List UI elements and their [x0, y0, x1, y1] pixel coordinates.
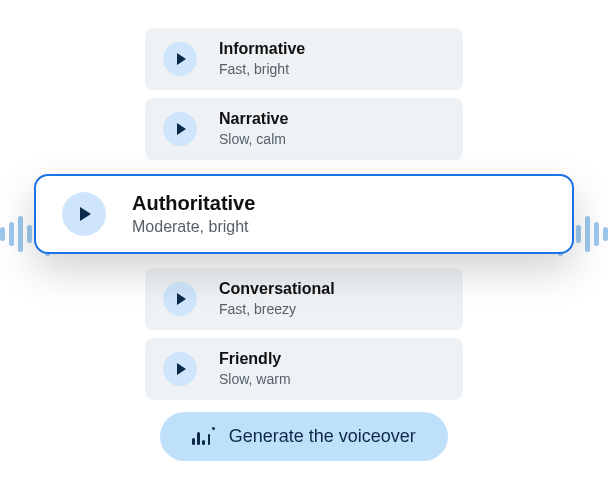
voice-title: Narrative — [219, 109, 288, 129]
play-icon — [177, 293, 186, 305]
play-button[interactable] — [163, 112, 197, 146]
play-icon — [177, 53, 186, 65]
generate-label: Generate the voiceover — [229, 426, 416, 447]
voice-subtitle: Fast, bright — [219, 60, 305, 78]
play-button[interactable] — [163, 42, 197, 76]
voice-option-authoritative[interactable]: Authoritative Moderate, bright — [34, 174, 574, 254]
voice-option-friendly[interactable]: Friendly Slow, warm — [145, 338, 463, 400]
voice-title: Informative — [219, 39, 305, 59]
play-icon — [177, 363, 186, 375]
play-icon — [80, 207, 91, 221]
play-button[interactable] — [163, 282, 197, 316]
generate-voiceover-button[interactable]: Generate the voiceover — [160, 412, 448, 461]
play-button[interactable] — [163, 352, 197, 386]
play-button[interactable] — [62, 192, 106, 236]
voice-option-narrative[interactable]: Narrative Slow, calm — [145, 98, 463, 160]
play-icon — [177, 123, 186, 135]
voice-subtitle: Moderate, bright — [132, 217, 255, 238]
voice-title: Conversational — [219, 279, 335, 299]
voice-option-informative[interactable]: Informative Fast, bright — [145, 28, 463, 90]
voice-title: Authoritative — [132, 191, 255, 216]
audio-sparkle-icon — [192, 429, 214, 445]
voice-subtitle: Slow, warm — [219, 370, 291, 388]
voice-option-conversational[interactable]: Conversational Fast, breezy — [145, 268, 463, 330]
voice-title: Friendly — [219, 349, 291, 369]
voice-subtitle: Slow, calm — [219, 130, 288, 148]
voice-subtitle: Fast, breezy — [219, 300, 335, 318]
